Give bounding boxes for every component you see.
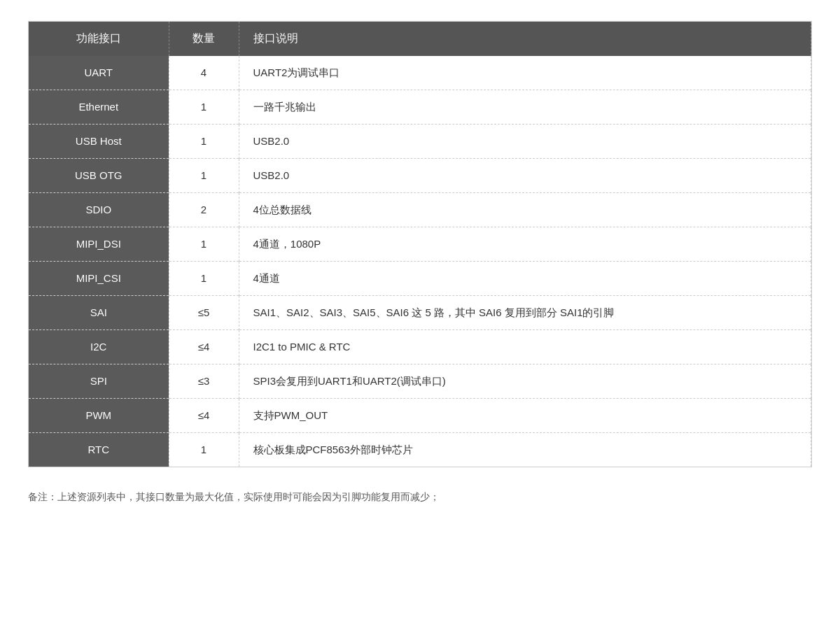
table-row: USB Host1USB2.0 <box>29 125 811 159</box>
header-interface: 功能接口 <box>29 22 169 56</box>
table-row: Ethernet1一路千兆输出 <box>29 90 811 125</box>
table-wrapper: 功能接口 数量 接口说明 UART4UART2为调试串口Ethernet1一路千… <box>28 21 812 467</box>
cell-description: USB2.0 <box>239 125 811 159</box>
table-row: SDIO24位总数据线 <box>29 193 811 227</box>
cell-description: 4通道 <box>239 262 811 296</box>
cell-count: 2 <box>169 193 239 227</box>
cell-description: SAI1、SAI2、SAI3、SAI5、SAI6 这 5 路，其中 SAI6 复… <box>239 296 811 330</box>
cell-description: 核心板集成PCF8563外部时钟芯片 <box>239 433 811 467</box>
cell-count: 1 <box>169 159 239 193</box>
table-row: UART4UART2为调试串口 <box>29 56 811 90</box>
table-row: SPI≤3SPI3会复用到UART1和UART2(调试串口) <box>29 364 811 399</box>
table-row: PWM≤4支持PWM_OUT <box>29 399 811 433</box>
cell-interface: I2C <box>29 330 169 364</box>
cell-count: 1 <box>169 90 239 125</box>
cell-interface: MIPI_CSI <box>29 262 169 296</box>
table-header-row: 功能接口 数量 接口说明 <box>29 22 811 56</box>
table-row: USB OTG1USB2.0 <box>29 159 811 193</box>
table-row: I2C≤4I2C1 to PMIC & RTC <box>29 330 811 364</box>
cell-interface: USB Host <box>29 125 169 159</box>
cell-description: SPI3会复用到UART1和UART2(调试串口) <box>239 364 811 399</box>
cell-count: 1 <box>169 433 239 467</box>
cell-description: I2C1 to PMIC & RTC <box>239 330 811 364</box>
cell-count: 1 <box>169 125 239 159</box>
cell-count: ≤4 <box>169 399 239 433</box>
cell-description: USB2.0 <box>239 159 811 193</box>
cell-interface: USB OTG <box>29 159 169 193</box>
cell-interface: SPI <box>29 364 169 399</box>
cell-description: 4通道，1080P <box>239 227 811 262</box>
cell-count: ≤5 <box>169 296 239 330</box>
cell-interface: RTC <box>29 433 169 467</box>
cell-description: 支持PWM_OUT <box>239 399 811 433</box>
cell-count: 1 <box>169 262 239 296</box>
cell-description: 一路千兆输出 <box>239 90 811 125</box>
interface-table: 功能接口 数量 接口说明 UART4UART2为调试串口Ethernet1一路千… <box>29 22 811 467</box>
table-row: SAI≤5SAI1、SAI2、SAI3、SAI5、SAI6 这 5 路，其中 S… <box>29 296 811 330</box>
cell-interface: UART <box>29 56 169 90</box>
cell-count: 4 <box>169 56 239 90</box>
cell-interface: Ethernet <box>29 90 169 125</box>
table-row: MIPI_DSI14通道，1080P <box>29 227 811 262</box>
note-text: 备注：上述资源列表中，其接口数量为最大化值，实际使用时可能会因为引脚功能复用而减… <box>28 488 812 506</box>
cell-count: ≤3 <box>169 364 239 399</box>
cell-count: ≤4 <box>169 330 239 364</box>
header-description: 接口说明 <box>239 22 811 56</box>
cell-description: 4位总数据线 <box>239 193 811 227</box>
table-row: RTC1核心板集成PCF8563外部时钟芯片 <box>29 433 811 467</box>
cell-interface: SAI <box>29 296 169 330</box>
header-count: 数量 <box>169 22 239 56</box>
cell-interface: SDIO <box>29 193 169 227</box>
cell-interface: MIPI_DSI <box>29 227 169 262</box>
cell-count: 1 <box>169 227 239 262</box>
table-row: MIPI_CSI14通道 <box>29 262 811 296</box>
cell-description: UART2为调试串口 <box>239 56 811 90</box>
cell-interface: PWM <box>29 399 169 433</box>
